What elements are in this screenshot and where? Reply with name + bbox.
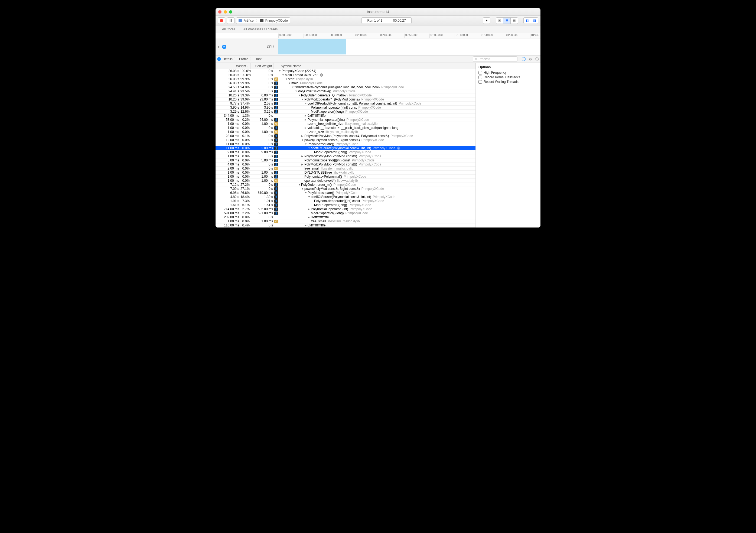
tree-row[interactable]: 1.91 s7.3%1.91 s👤Polynomial::operator[](… — [216, 199, 475, 203]
crumb-details[interactable]: Details — [223, 57, 232, 61]
right-panel-toggle[interactable]: ◨ — [531, 17, 538, 24]
col-self-weight[interactable]: Self Weight — [251, 63, 274, 69]
list-icon: ☰ — [505, 19, 508, 22]
gear-icon[interactable]: ⚙ — [529, 57, 532, 61]
checkbox[interactable] — [478, 75, 482, 79]
tree-row[interactable]: 26.08 s100.0%0 s▼Main Thread 0x3912b2➜ — [216, 73, 475, 77]
tree-row[interactable]: 7.12 s27.2%0 s👤▼PolyOrder::order_m()Prim… — [216, 183, 475, 187]
toolbar: Artificer 〉 PrimpolyXCode Run 1 of 1 00:… — [216, 16, 540, 25]
run-info[interactable]: Run 1 of 1 00:00:27 — [362, 17, 411, 24]
tree-row[interactable]: 1.00 ms0.0%1.00 ms👤Polynomial::~Polynomi… — [216, 175, 475, 179]
search-placeholder: Process — [478, 57, 490, 61]
tree-row[interactable]: 9.00 ms0.0%9.00 ms👤ModP::operator()(long… — [216, 150, 475, 154]
tree-row[interactable]: 11.00 ms0.0%0 s👤▼PolyMod::square()Primpo… — [216, 142, 475, 146]
target-path[interactable]: Artificer 〉 PrimpolyXCode — [236, 17, 290, 24]
ruler-tick: 01:10.000 — [455, 34, 468, 39]
panel-toggle-group: ◧ ◨ — [524, 17, 538, 24]
tree-row[interactable]: 1.61 s6.1%1.61 s👤ModP::operator()(long)P… — [216, 203, 475, 207]
tree-row[interactable]: 10.20 s39.0%23.00 ms👤▼PolyMod::operator*… — [216, 98, 475, 101]
time-ruler[interactable]: 00:00.00000:10.00000:20.00000:30.00000:4… — [278, 33, 540, 39]
detail-icon — [217, 57, 221, 61]
run-label: Run 1 of 1 — [367, 19, 382, 22]
cpu-track: ▶ ⟳ CPU — [216, 39, 540, 55]
tree-row[interactable]: 3.90 s14.9%3.90 s👤Polynomial::operator[]… — [216, 106, 475, 110]
plus-icon: + — [485, 19, 487, 22]
track-body[interactable] — [278, 39, 540, 55]
opt-kernel-callstacks[interactable]: Record Kernel Callstacks — [478, 75, 538, 79]
col-symbol[interactable]: Symbol Name — [279, 63, 475, 69]
tree-row[interactable]: 1.00 ms0.0%0 s👤▶void std::__1::vector >:… — [216, 126, 475, 130]
tree-row[interactable]: 2.00 ms0.0%0 s⊘free_smalllibsystem_mallo… — [216, 167, 475, 171]
device-icon — [238, 19, 242, 22]
process-filter[interactable]: All Processes / Threads — [243, 27, 278, 31]
tree-row[interactable]: 9.77 s37.4%2.58 s👤▼coeffOfProduct(Polyno… — [216, 101, 475, 106]
view-mode-group: ▣ ☰ ▦ — [496, 17, 518, 24]
tree-row[interactable]: 209.00 ms0.8%0 s▶0xfffffffffffffffe — [216, 215, 475, 219]
tree-row[interactable]: 12.00 ms0.0%0 s👤▼power(PolyMod const&, B… — [216, 138, 475, 142]
tree-row[interactable]: 1.00 ms0.0%1.00 ms⊘szone_free_definite_s… — [216, 122, 475, 126]
tree-row[interactable]: 4.82 s18.4%1.30 s👤▼coeffOfSquare(Polynom… — [216, 195, 475, 199]
left-panel-toggle[interactable]: ◧ — [524, 17, 531, 24]
crumb-root[interactable]: Root — [255, 57, 261, 61]
tree-row[interactable]: 5.00 ms0.0%5.00 ms👤Polynomial::operator[… — [216, 158, 475, 162]
tree-row[interactable]: 344.00 ms1.3%0 s▶0xfffffffffffffffe — [216, 114, 475, 118]
tree-row[interactable]: 4.00 ms0.0%0 s👤▶PolyMod::PolyMod(PolyMod… — [216, 162, 475, 167]
device-name: Artificer — [244, 19, 255, 22]
call-tree: Weight⌄ Self Weight Symbol Name 26.08 s1… — [216, 63, 475, 228]
tree-row[interactable]: 1.00 ms0.0%1.00 ms👤DYLD-STUB$$freelibc++… — [216, 171, 475, 175]
tree-row[interactable]: 26.08 s100.0%0 s▼PrimpolyXCode (22254) — [216, 69, 475, 73]
ruler-tick: 00:20.000 — [329, 34, 342, 39]
ruler-tick: 00:00.000 — [278, 34, 292, 39]
filter-icon: ⊜ — [475, 57, 477, 61]
tree-row[interactable]: 1.00 ms0.0%1.00 ms⊘free_smalllibsystem_m… — [216, 219, 475, 223]
view-mode-1[interactable]: ▣ — [496, 17, 503, 24]
tree-row[interactable]: 26.08 s99.9%0 s👤▼mainPrimpolyXCode — [216, 81, 475, 85]
ruler-tick: 00:40.000 — [379, 34, 392, 39]
chevron-right-icon: 〉 — [250, 57, 253, 62]
tree-row[interactable]: 10.26 s39.3%6.00 ms👤▼PolyOrder::generate… — [216, 94, 475, 98]
checkbox[interactable] — [478, 80, 482, 84]
tree-row[interactable]: 3.29 s12.6%3.29 s👤ModP::operator()(long)… — [216, 110, 475, 114]
tree-row[interactable]: 7.09 s27.1%0 s👤▼power(PolyMod const&, Bi… — [216, 187, 475, 191]
tree-row[interactable]: 6.96 s26.6%619.00 ms👤▼PolyMod::square()P… — [216, 191, 475, 195]
track-label: CPU — [267, 45, 274, 49]
tree-row[interactable]: 1.00 ms0.0%1.00 ms⊘operator delete(void*… — [216, 179, 475, 183]
opt-high-frequency[interactable]: High Frequency — [478, 71, 538, 74]
tree-row[interactable]: 24.53 s94.0%0 s👤▼findPrimitivePolynomial… — [216, 85, 475, 89]
record-button[interactable] — [218, 17, 225, 24]
tree-row[interactable]: 116.00 ms0.4%0 s▶0xfffffffffffffffe — [216, 223, 475, 228]
tree-row[interactable]: 11.00 ms0.0%2.00 ms👤▼coeffOfSquare(Polyn… — [216, 146, 475, 150]
ruler-tick: 00:50.000 — [404, 34, 418, 39]
tree-row[interactable]: 28.00 ms0.1%0 s👤▶PolyMod::PolyMod(Polyno… — [216, 134, 475, 138]
options-title: Options — [478, 65, 538, 69]
tree-row[interactable]: 26.08 s99.9%0 s⊘▼startlibdyld.dylib — [216, 77, 475, 81]
crumb-profile[interactable]: Profile — [239, 57, 248, 61]
ruler-tick: 01:00.000 — [429, 34, 443, 39]
tree-row[interactable]: 591.00 ms2.2%591.00 ms👤ModP::operator()(… — [216, 211, 475, 215]
view-mode-3[interactable]: ▦ — [510, 17, 518, 24]
view-mode-2[interactable]: ☰ — [503, 17, 511, 24]
checkbox[interactable] — [478, 71, 482, 74]
tree-row[interactable]: 53.00 ms0.2%24.00 ms👤▶Polynomial::operat… — [216, 118, 475, 122]
col-weight[interactable]: Weight⌄ — [216, 63, 251, 69]
instrument-icon: ⟳ — [222, 45, 226, 49]
track-header[interactable]: ▶ ⟳ CPU — [216, 39, 278, 55]
opt-waiting-threads[interactable]: Record Waiting Threads — [478, 80, 538, 84]
tree-row[interactable]: 714.00 ms2.7%695.00 ms👤▶Polynomial::oper… — [216, 207, 475, 211]
tree-row[interactable]: 1.00 ms0.0%0 s👤▶PolyMod::PolyMod(PolyMod… — [216, 154, 475, 158]
process-search[interactable]: ⊜ Process — [473, 56, 518, 62]
ruler-tick: 01:30.000 — [505, 34, 518, 39]
cpu-activity-block — [278, 39, 346, 54]
info-icon[interactable]: ⓘ — [535, 57, 539, 62]
cores-filter[interactable]: All Cores — [222, 27, 235, 31]
pause-button[interactable] — [227, 17, 234, 24]
clock-icon[interactable] — [522, 57, 526, 61]
focus-icon[interactable]: ➜ — [397, 147, 400, 150]
square-dot-icon: ▣ — [498, 19, 501, 22]
ruler-tick: 01:40. — [530, 34, 539, 39]
tree-row[interactable]: 24.41 s93.5%0 s👤▼PolyOrder::isPrimitive(… — [216, 89, 475, 94]
tree-row[interactable]: 1.00 ms0.0%1.00 ms⊘szone_sizelibsystem_m… — [216, 130, 475, 134]
ruler-tick: 00:10.000 — [304, 34, 317, 39]
focus-icon[interactable]: ➜ — [320, 73, 323, 77]
add-button[interactable]: + — [483, 17, 490, 24]
